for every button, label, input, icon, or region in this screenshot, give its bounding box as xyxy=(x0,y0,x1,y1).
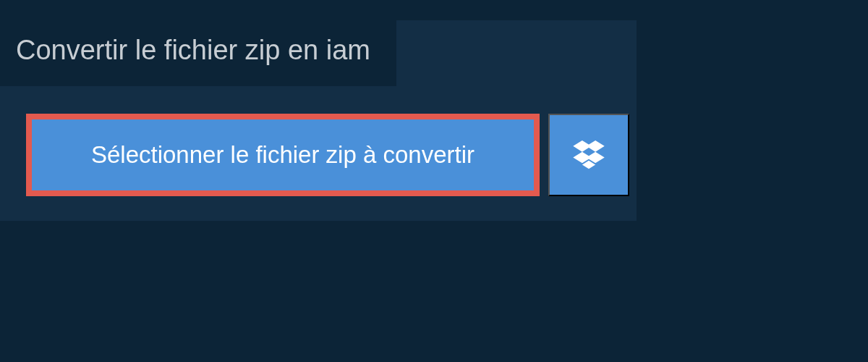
dropbox-button[interactable] xyxy=(548,114,629,196)
button-row: Sélectionner le fichier zip à convertir xyxy=(26,114,637,196)
page-title: Convertir le fichier zip en iam xyxy=(16,35,370,66)
dropbox-icon xyxy=(573,140,605,169)
converter-panel: Convertir le fichier zip en iam Sélectio… xyxy=(0,20,637,221)
select-file-button[interactable]: Sélectionner le fichier zip à convertir xyxy=(26,114,540,196)
header-tab: Convertir le fichier zip en iam xyxy=(0,20,396,86)
